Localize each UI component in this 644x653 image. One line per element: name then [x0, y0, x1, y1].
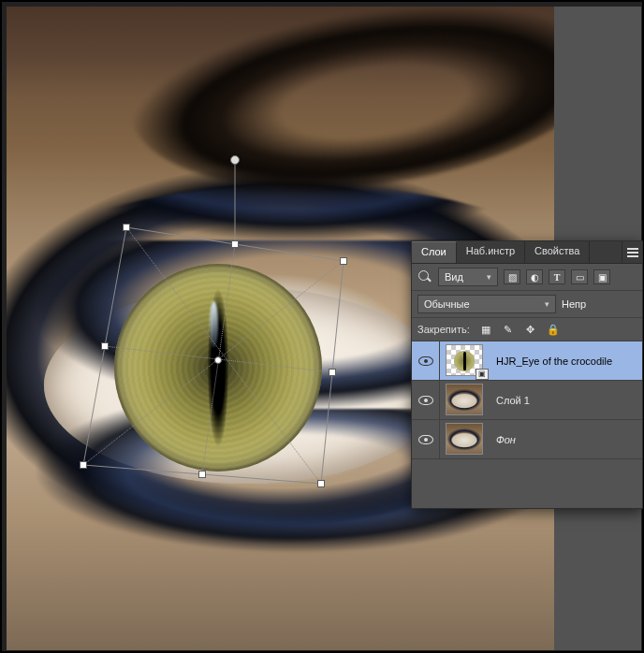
filter-kind-label: Вид — [445, 271, 463, 283]
panel-tabbar: Слои Наб.инстр Свойства — [412, 241, 642, 264]
filter-kind-dropdown[interactable]: Вид ▾ — [438, 268, 498, 286]
lock-brush-icon[interactable]: ✎ — [500, 322, 517, 337]
layer-visibility-toggle[interactable] — [412, 420, 440, 458]
blend-mode-value: Обычные — [424, 298, 470, 310]
lock-transparency-icon[interactable]: ▦ — [477, 322, 494, 337]
opacity-label: Непр — [562, 298, 586, 310]
layers-list: ▣ HJR_Eye of the crocodile Слой 1 Фон — [412, 341, 642, 508]
hamburger-icon — [627, 252, 638, 254]
lock-all-icon[interactable]: 🔒 — [545, 322, 562, 337]
layer-name[interactable]: HJR_Eye of the crocodile — [490, 356, 642, 367]
layer-visibility-toggle[interactable] — [412, 341, 440, 380]
layers-panel: Слои Наб.инстр Свойства Вид ▾ ▧ ◐ T ▭ ▣ … — [411, 240, 643, 509]
filter-adjust-icon[interactable]: ◐ — [526, 269, 543, 284]
lock-move-icon[interactable]: ✥ — [522, 322, 539, 337]
layer-row[interactable]: Фон — [412, 420, 642, 459]
blend-mode-dropdown[interactable]: Обычные ▾ — [417, 295, 556, 313]
eye-icon — [418, 435, 433, 444]
filter-pixel-icon[interactable]: ▧ — [504, 269, 520, 284]
layer-filter-row: Вид ▾ ▧ ◐ T ▭ ▣ — [412, 264, 642, 291]
tab-layers[interactable]: Слои — [412, 241, 457, 263]
blend-row: Обычные ▾ Непр — [412, 291, 642, 318]
filter-smart-icon[interactable]: ▣ — [593, 269, 610, 284]
chevron-down-icon: ▾ — [545, 299, 549, 309]
layer-name[interactable]: Фон — [490, 434, 642, 445]
eye-icon — [418, 396, 433, 405]
tab-tool-presets[interactable]: Наб.инстр — [457, 241, 525, 263]
tab-properties[interactable]: Свойства — [525, 241, 590, 263]
lock-row: Закрепить: ▦ ✎ ✥ 🔒 — [412, 318, 642, 341]
filter-shape-icon[interactable]: ▭ — [571, 269, 588, 284]
filter-text-icon[interactable]: T — [549, 269, 565, 284]
eye-icon — [418, 356, 433, 366]
layer-name[interactable]: Слой 1 — [490, 395, 642, 406]
layer-thumbnail[interactable] — [446, 384, 483, 415]
layer-row[interactable]: ▣ HJR_Eye of the crocodile — [412, 341, 642, 381]
layer-visibility-toggle[interactable] — [412, 381, 440, 419]
lock-label: Закрепить: — [417, 324, 470, 335]
crocodile-pupil — [208, 288, 228, 447]
layer-row[interactable]: Слой 1 — [412, 381, 642, 420]
panel-menu-button[interactable] — [622, 241, 642, 263]
chevron-down-icon: ▾ — [487, 272, 491, 282]
layer-thumbnail[interactable] — [446, 423, 483, 455]
search-icon — [417, 269, 432, 284]
crocodile-iris-layer[interactable] — [114, 264, 322, 472]
smart-object-badge-icon: ▣ — [476, 369, 489, 380]
